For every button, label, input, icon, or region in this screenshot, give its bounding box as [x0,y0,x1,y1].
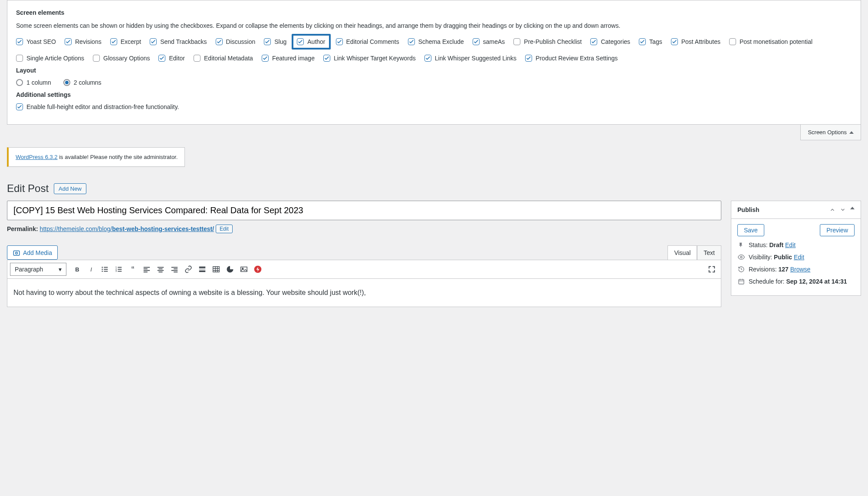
wp-core-update-link[interactable]: WordPress 6.3.2 [16,154,58,160]
checkbox-label: Discussion [226,38,256,45]
status-edit-link[interactable]: Edit [785,241,796,248]
layout-1col[interactable]: 1 column [16,79,51,86]
chart-icon-button[interactable] [224,263,237,276]
visibility-edit-link[interactable]: Edit [794,254,804,261]
checkbox-icon [150,38,157,45]
italic-button[interactable]: I [85,263,98,276]
post-title-input[interactable] [7,201,721,220]
screen-elem-product-review-extra-settings[interactable]: Product Review Extra Settings [525,55,618,62]
add-new-button[interactable]: Add New [54,183,86,194]
screen-elem-featured-image[interactable]: Featured image [262,55,315,62]
screen-elem-post-attributes[interactable]: Post Attributes [671,36,720,47]
screen-elem-send-trackbacks[interactable]: Send Trackbacks [150,36,207,47]
editor-toolbar: Paragraph ▾ B I 123 “ [7,260,721,279]
triangle-toggle-icon[interactable] [850,207,855,209]
screen-elem-excerpt[interactable]: Excerpt [110,36,141,47]
svg-text:3: 3 [115,270,117,272]
layout-2col[interactable]: 2 columns [63,79,102,86]
checkbox-icon [110,38,117,45]
screen-elem-schema-exclude[interactable]: Schema Exclude [408,36,464,47]
svg-rect-17 [144,271,148,272]
svg-rect-24 [171,270,178,271]
checkbox-label: Product Review Extra Settings [536,55,618,62]
checkbox-label: Editorial Metadata [204,55,253,62]
link-button[interactable] [182,263,195,276]
add-media-label: Add Media [23,249,52,256]
add-media-button[interactable]: Add Media [7,245,58,260]
screen-elem-editorial-metadata[interactable]: Editorial Metadata [194,55,253,62]
screen-elem-sameas[interactable]: sameAs [473,36,505,47]
screen-options-tab[interactable]: Screen Options [800,125,861,140]
screen-elem-post-monetisation-potential[interactable]: Post monetisation potential [729,36,812,47]
chevron-down-icon[interactable] [840,207,846,213]
screen-elem-slug[interactable]: Slug [264,36,286,47]
screen-elem-editorial-comments[interactable]: Editorial Comments [336,36,399,47]
align-right-button[interactable] [168,263,181,276]
table-button[interactable] [210,263,223,276]
checkbox-label: Revisions [75,38,102,45]
tab-visual[interactable]: Visual [667,245,697,260]
browse-revisions-link[interactable]: Browse [790,266,811,273]
align-center-button[interactable] [154,263,167,276]
chevron-up-icon[interactable] [829,207,835,213]
screen-elem-categories[interactable]: Categories [590,36,630,47]
checkbox-label: Glossary Options [103,55,150,62]
svg-rect-28 [199,271,205,272]
screen-elem-revisions[interactable]: Revisions [65,36,102,47]
svg-rect-22 [171,267,178,268]
edit-permalink-button[interactable]: Edit [216,225,233,233]
readmore-button[interactable] [196,263,209,276]
screen-options-panel: Screen elements Some screen elements can… [7,0,861,125]
image-icon-button[interactable] [237,263,250,276]
screen-elem-editor[interactable]: Editor [158,55,185,62]
screen-elem-link-whisper-target-keywords[interactable]: Link Whisper Target Keywords [323,55,416,62]
editor-content-area[interactable]: Not having to worry about the technical … [7,279,721,307]
checkbox-icon [323,55,330,62]
flash-icon-button[interactable] [251,263,264,276]
checkbox-icon [408,38,415,45]
tab-text[interactable]: Text [697,245,721,260]
bold-button[interactable]: B [71,263,84,276]
save-button[interactable]: Save [737,224,764,236]
revisions-label: Revisions: [749,266,778,273]
eye-icon [737,254,745,261]
update-notice: WordPress 6.3.2 is available! Please not… [7,147,185,167]
visibility-label: Visibility: [749,254,774,261]
screen-elem-glossary-options[interactable]: Glossary Options [93,55,150,62]
fullheight-editor-checkbox[interactable]: Enable full-height editor and distractio… [16,103,179,110]
screen-elem-tags[interactable]: Tags [639,36,662,47]
screen-elem-author[interactable]: Author [292,34,330,50]
svg-rect-18 [158,267,164,268]
svg-point-2 [102,267,103,268]
ordered-list-button[interactable]: 123 [112,263,125,276]
bullet-list-button[interactable] [99,263,112,276]
permalink-base: https://themeisle.com/blog/ [40,225,112,232]
history-icon [737,266,745,273]
screen-elem-link-whisper-suggested-links[interactable]: Link Whisper Suggested Links [424,55,516,62]
svg-rect-15 [144,268,148,269]
screen-elem-single-article-options[interactable]: Single Article Options [16,55,84,62]
screen-elem-yoast-seo[interactable]: Yoast SEO [16,36,56,47]
blockquote-button[interactable]: “ [126,263,139,276]
svg-point-4 [102,269,103,270]
checkbox-icon [671,38,678,45]
checkbox-label: Schema Exclude [418,38,464,45]
checkbox-icon [336,38,343,45]
fullscreen-button[interactable] [705,263,718,276]
svg-rect-27 [199,269,205,269]
checkbox-label: Link Whisper Target Keywords [334,55,416,62]
checkbox-icon [264,38,271,45]
checkbox-label: Categories [601,38,630,45]
preview-button[interactable]: Preview [820,224,855,236]
screen-elem-pre-publish-checklist[interactable]: Pre-Publish Checklist [513,36,582,47]
triangle-up-icon [849,131,854,134]
format-select[interactable]: Paragraph ▾ [10,263,66,276]
permalink-link[interactable]: https://themeisle.com/blog/best-web-host… [40,225,214,232]
publish-heading: Publish [737,206,760,213]
checkbox-icon [729,38,736,45]
align-left-button[interactable] [140,263,153,276]
svg-point-1 [16,252,18,254]
screen-elem-discussion[interactable]: Discussion [216,36,256,47]
checkbox-label: Excerpt [121,38,141,45]
schedule-label: Schedule for: [749,278,786,285]
